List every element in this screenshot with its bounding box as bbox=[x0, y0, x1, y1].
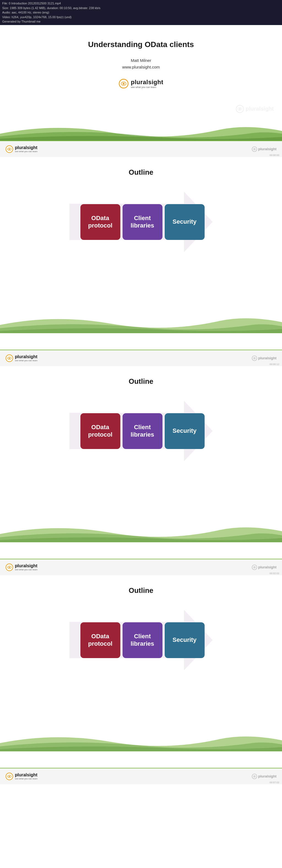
footer-ps-name-right-1: pluralsight bbox=[258, 356, 277, 360]
svg-point-34 bbox=[254, 776, 255, 777]
wave-deco-1 bbox=[0, 311, 282, 333]
footer-ps-name: pluralsight bbox=[15, 145, 37, 150]
svg-point-24 bbox=[9, 567, 10, 567]
watermark: pluralsight bbox=[236, 105, 274, 113]
arrow-diagram-2: ODataprotocol Clientlibraries Security bbox=[68, 397, 214, 465]
boxes-row-2: ODataprotocol Clientlibraries Security bbox=[78, 413, 205, 449]
box-security-1: Security bbox=[165, 204, 205, 240]
box-odata-2: ODataprotocol bbox=[80, 413, 120, 449]
timestamp-2: 00:02:02 bbox=[270, 572, 279, 575]
box-security-3: Security bbox=[165, 622, 205, 658]
arrow-diagram-1: ODataprotocol Clientlibraries Security bbox=[68, 188, 214, 256]
footer-logo-right: pluralsight bbox=[252, 146, 277, 152]
outline-heading-2: Outline bbox=[129, 377, 153, 386]
author-website: www.pluralsight.com bbox=[122, 64, 160, 70]
info-line-2: Size: 1985 309 bytes (1.42 MiB), duratio… bbox=[2, 6, 280, 10]
arrow-diagram-3: ODataprotocol Clientlibraries Security bbox=[68, 606, 214, 675]
box-client-2: Clientlibraries bbox=[122, 413, 163, 449]
footer-ps-name-right-3: pluralsight bbox=[258, 774, 277, 778]
svg-point-23 bbox=[8, 566, 10, 568]
footer-logo-left-2: pluralsight see what you can learn bbox=[5, 563, 37, 571]
footer-ps-name-right-2: pluralsight bbox=[258, 565, 277, 569]
footer-ps-name-1: pluralsight bbox=[15, 354, 37, 359]
wave-deco-2 bbox=[0, 520, 282, 542]
author-name: Matt Milner bbox=[122, 57, 160, 64]
title-wave bbox=[0, 117, 282, 141]
svg-point-6 bbox=[239, 108, 241, 110]
outline-heading-3: Outline bbox=[129, 586, 153, 595]
info-line-5: Generated by Thumbnail me bbox=[2, 19, 280, 24]
footer-eye-right-icon-1 bbox=[252, 355, 257, 361]
footer-ps-tagline-1: see what you can learn bbox=[15, 359, 37, 362]
pluralsight-eye-icon bbox=[119, 79, 129, 89]
title-slide: Understanding OData clients Matt Milner … bbox=[0, 25, 282, 157]
svg-point-13 bbox=[254, 149, 255, 150]
footer-eye-icon-2 bbox=[5, 563, 13, 571]
footer-ps-name-2: pluralsight bbox=[15, 563, 37, 568]
footer-logo-right-1: pluralsight bbox=[252, 355, 277, 361]
box-security-2: Security bbox=[165, 413, 205, 449]
box-client-3: Clientlibraries bbox=[122, 622, 163, 658]
pluralsight-name: pluralsight bbox=[131, 79, 163, 86]
footer-ps-name-3: pluralsight bbox=[15, 773, 37, 777]
svg-point-17 bbox=[9, 358, 10, 358]
footer-logo-right-2: pluralsight bbox=[252, 564, 277, 570]
timestamp-1: 00:00:12 bbox=[270, 363, 279, 366]
footer-logo-left-3: pluralsight see what you can learn bbox=[5, 773, 37, 780]
footer-ps-tagline: see what you can learn bbox=[15, 150, 37, 153]
boxes-row-1: ODataprotocol Clientlibraries Security bbox=[78, 204, 205, 240]
outline-slide-3: Outline ODataprotocol Clientlibraries Se… bbox=[0, 575, 282, 784]
pluralsight-logo-title: pluralsight see what you can learn bbox=[119, 79, 163, 89]
svg-point-31 bbox=[9, 776, 10, 776]
main-title: Understanding OData clients bbox=[88, 40, 194, 49]
box-odata-3: ODataprotocol bbox=[80, 622, 120, 658]
svg-point-2 bbox=[122, 83, 124, 85]
outline-footer-3: pluralsight see what you can learn plura… bbox=[0, 768, 282, 784]
footer-eye-right-icon-2 bbox=[252, 564, 257, 570]
info-line-1: File: 0 Introduction 20120312500 3121.mp… bbox=[2, 1, 280, 6]
outline-heading-1: Outline bbox=[129, 168, 153, 177]
outline-content-3: Outline ODataprotocol Clientlibraries Se… bbox=[0, 575, 282, 768]
svg-point-3 bbox=[124, 83, 124, 84]
svg-point-16 bbox=[8, 358, 10, 359]
title-footer: pluralsight see what you can learn plura… bbox=[0, 141, 282, 157]
box-odata-1: ODataprotocol bbox=[80, 204, 120, 240]
outline-slide-2: Outline ODataprotocol Clientlibraries Se… bbox=[0, 366, 282, 575]
footer-eye-right-icon-3 bbox=[252, 774, 257, 779]
outline-content-1: Outline ODataprotocol Clientlibraries Se… bbox=[0, 157, 282, 350]
svg-point-20 bbox=[254, 358, 255, 359]
svg-point-9 bbox=[8, 148, 10, 150]
info-line-3: Audio: aac, 44100 Hz, stereo (eng) bbox=[2, 10, 280, 15]
footer-logo-right-3: pluralsight bbox=[252, 774, 277, 779]
box-client-1: Clientlibraries bbox=[122, 204, 163, 240]
footer-ps-name-right: pluralsight bbox=[258, 147, 277, 151]
footer-eye-icon bbox=[5, 145, 13, 153]
title-timestamp: 00:00:00 bbox=[270, 154, 279, 157]
footer-ps-tagline-3: see what you can learn bbox=[15, 777, 37, 780]
footer-logo-left: pluralsight see what you can learn bbox=[5, 145, 37, 153]
svg-point-27 bbox=[254, 567, 255, 568]
footer-eye-icon-3 bbox=[5, 773, 13, 780]
timestamp-3: 00:07:02 bbox=[270, 781, 279, 784]
outline-slide-1: Outline ODataprotocol Clientlibraries Se… bbox=[0, 157, 282, 366]
svg-point-30 bbox=[8, 776, 10, 777]
outline-footer-2: pluralsight see what you can learn plura… bbox=[0, 559, 282, 575]
svg-point-10 bbox=[9, 149, 10, 149]
footer-logo-left-1: pluralsight see what you can learn bbox=[5, 354, 37, 362]
footer-eye-icon-1 bbox=[5, 354, 13, 362]
footer-eye-right-icon bbox=[252, 146, 257, 152]
outline-footer-1: pluralsight see what you can learn plura… bbox=[0, 350, 282, 366]
author-block: Matt Milner www.pluralsight.com bbox=[122, 57, 160, 70]
info-bar: File: 0 Introduction 20120312500 3121.mp… bbox=[0, 0, 282, 25]
pluralsight-tagline: see what you can learn bbox=[131, 86, 163, 89]
info-line-4: Video: h264, yuv420p, 1024x768, 15.00 fp… bbox=[2, 15, 280, 20]
wave-deco-3 bbox=[0, 729, 282, 751]
footer-ps-tagline-2: see what you can learn bbox=[15, 568, 37, 571]
boxes-row-3: ODataprotocol Clientlibraries Security bbox=[78, 622, 205, 658]
outline-content-2: Outline ODataprotocol Clientlibraries Se… bbox=[0, 366, 282, 559]
